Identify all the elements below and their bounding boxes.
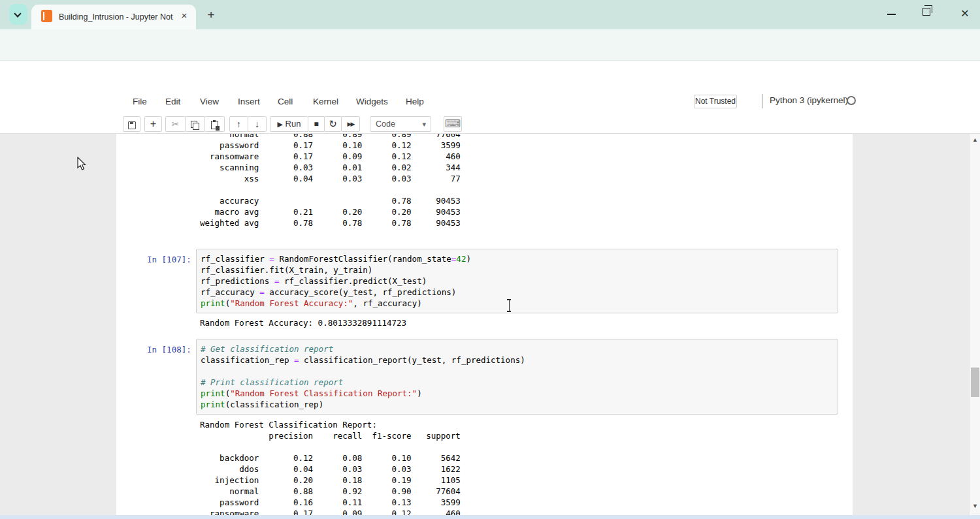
cell107-output: Random Forest Accuracy: 0.80133328911147… — [200, 317, 406, 328]
restart-kernel-button[interactable]: ↻ — [324, 116, 342, 132]
cell-type-select[interactable]: Code ▾ — [370, 116, 431, 132]
save-icon — [128, 121, 136, 129]
window-close-button[interactable]: × — [957, 5, 973, 20]
browser-tab[interactable]: Building_Intrusion - Jupyter Not × — [31, 5, 196, 29]
run-label: Run — [286, 119, 301, 129]
menu-help[interactable]: Help — [403, 91, 427, 112]
menu-view[interactable]: View — [197, 91, 221, 112]
cut-cell-button[interactable]: ✂ — [165, 116, 186, 132]
menu-kernel[interactable]: Kernel — [310, 91, 341, 112]
cell107-code-input[interactable]: rf_classifier = RandomForestClassifier(r… — [196, 249, 838, 313]
notebook-toolbar: + ✂ ↑ ↓ ▶ Run ■ ↻ ▶▶ Code ▾ ⌨ — [0, 112, 980, 133]
command-palette-button[interactable]: ⌨ — [444, 116, 462, 132]
mouse-cursor — [77, 157, 88, 171]
trust-status-badge[interactable]: Not Trusted — [694, 95, 737, 108]
menu-widgets[interactable]: Widgets — [353, 91, 391, 112]
text-ibeam-cursor — [506, 299, 512, 312]
scroll-down-icon[interactable]: ▼ — [970, 501, 980, 512]
tab-close-icon[interactable]: × — [178, 9, 191, 22]
menu-cell[interactable]: Cell — [275, 91, 295, 112]
move-cell-up-button[interactable]: ↑ — [229, 116, 248, 132]
previous-cell-output-report: normal 0.88 0.89 0.89 77604 password 0.1… — [200, 134, 461, 228]
window-restore-button[interactable] — [923, 8, 930, 16]
paste-cell-button[interactable] — [204, 116, 225, 132]
browser-toolbar: ← → ↻ i localhost:8888/notebooks/Buildin… — [0, 29, 980, 61]
jupyter-favicon-icon — [41, 10, 52, 22]
menu-insert[interactable]: Insert — [235, 91, 263, 112]
menu-file[interactable]: File — [130, 91, 150, 112]
move-cell-down-button[interactable]: ↓ — [248, 116, 267, 132]
taskbar-edge — [0, 515, 980, 519]
save-button[interactable] — [123, 116, 140, 132]
copy-icon — [191, 121, 199, 129]
paste-icon — [211, 121, 218, 129]
browser-tab-bar: Building_Intrusion - Jupyter Not × + × — [0, 0, 980, 29]
restart-run-all-button[interactable]: ▶▶ — [341, 116, 360, 132]
kernel-separator — [762, 94, 762, 108]
jupyter-header: jupyter Building_Intrusion Last Checkpoi… — [0, 61, 980, 91]
scrollbar-thumb[interactable] — [971, 368, 979, 397]
notebook-content: normal 0.88 0.89 0.89 77604 password 0.1… — [116, 134, 853, 515]
kernel-name-label: Python 3 (ipykernel) — [770, 95, 848, 105]
copy-cell-button[interactable] — [185, 116, 205, 132]
cell108-code-input[interactable]: # Get classification reportclassificatio… — [196, 339, 838, 415]
run-group: ▶ Run ■ ↻ ▶▶ — [270, 116, 360, 132]
notebook-scroll-area[interactable]: normal 0.88 0.89 0.89 77604 password 0.1… — [0, 134, 980, 515]
menu-edit[interactable]: Edit — [163, 91, 183, 112]
scroll-up-icon[interactable]: ▲ — [970, 134, 980, 146]
kernel-status-icon — [847, 96, 856, 105]
interrupt-kernel-button[interactable]: ■ — [308, 116, 325, 132]
cell108-prompt: In [108]: — [147, 345, 191, 354]
new-tab-button[interactable]: + — [204, 8, 218, 22]
cell-type-value: Code — [376, 119, 395, 129]
run-button[interactable]: ▶ Run — [270, 116, 308, 132]
clipboard-group: ✂ — [166, 116, 225, 132]
chevron-down-icon: ▾ — [422, 117, 426, 131]
move-cell-group: ↑ ↓ — [230, 116, 267, 132]
chevron-down-icon — [14, 10, 21, 17]
cell108-output-report: Random Forest Classification Report: pre… — [200, 419, 461, 515]
window-minimize-button[interactable] — [887, 8, 896, 16]
add-cell-button[interactable]: + — [144, 116, 162, 132]
play-icon: ▶ — [278, 120, 283, 128]
cell107-prompt: In [107]: — [147, 255, 191, 264]
tab-title: Building_Intrusion - Jupyter Not — [59, 10, 196, 24]
tab-search-chevron-button[interactable] — [9, 4, 27, 25]
page-scrollbar[interactable]: ▲ ▼ — [969, 134, 980, 515]
notebook-menubar: File Edit View Insert Cell Kernel Widget… — [0, 91, 980, 112]
